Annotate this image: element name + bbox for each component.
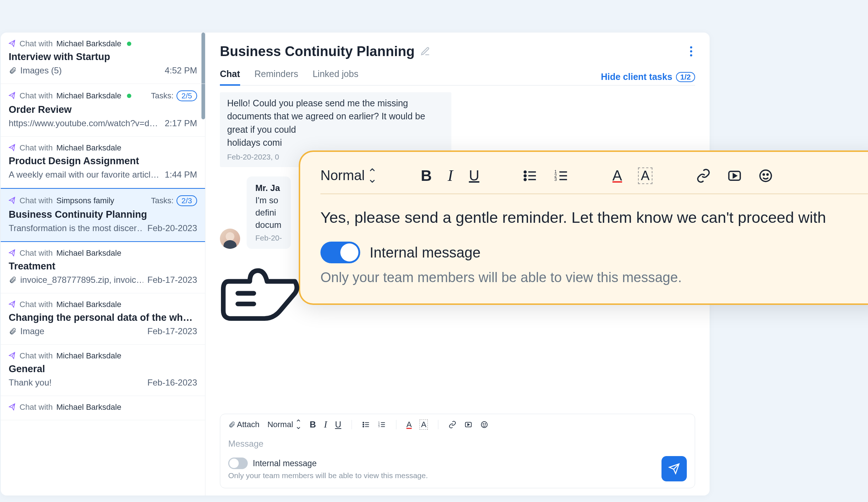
svg-point-16 [524,171,526,173]
reply-timestamp: Feb-20- [255,234,282,242]
svg-point-18 [524,175,526,176]
svg-point-4 [363,426,364,427]
edit-icon[interactable] [420,46,430,56]
callout-message-text[interactable]: Yes, please send a gentle reminder. Let … [320,209,868,226]
italic-button[interactable]: I [448,166,453,185]
hide-tasks-label: Hide client tasks [601,72,672,82]
video-button[interactable] [464,421,472,429]
italic-button[interactable]: I [324,419,327,430]
tab-linked-jobs[interactable]: Linked jobs [312,69,358,85]
underline-button[interactable]: U [335,420,341,430]
avatar [220,229,240,249]
chat-item-changing-data[interactable]: Chat with Michael Barksdale Changing the… [1,293,205,345]
chat-subject: Interview with Startup [9,51,197,63]
tasks-label: Tasks: [151,91,173,101]
chat-subject: Treatment [9,261,197,272]
internal-message-label: Internal message [253,459,316,468]
internal-message-toggle[interactable] [320,242,360,263]
chat-timestamp: Feb-16-2023 [148,378,197,388]
chat-contact-name: Michael Barksdale [56,39,122,48]
link-button[interactable] [448,421,456,429]
message-text: Hello! Could you please send me the miss… [227,97,444,136]
send-button[interactable] [661,456,687,481]
bold-button[interactable]: B [310,420,316,430]
reply-author: Mr. Ja [255,183,282,193]
send-icon [8,249,16,257]
reply-line: defini [255,208,282,218]
numbered-list-button[interactable]: 123 [378,421,386,429]
callout-toolbar: Normal ⌃⌄ B I U 123 A A [320,166,868,194]
chat-preview-text: Images (5) [20,65,62,76]
chat-contact-name: Michael Barksdale [56,91,122,101]
thread-title: Business Continuity Planning [220,44,414,59]
chat-item-product-design[interactable]: Chat with Michael Barksdale Product Desi… [1,137,205,188]
svg-text:3: 3 [378,425,380,427]
chat-with-label: Chat with [20,39,53,48]
chat-with-label: Chat with [20,196,53,205]
tab-chat[interactable]: Chat [220,69,240,85]
chat-subject: Product Design Assignment [9,156,197,167]
text-color-button[interactable]: A [612,167,622,184]
attachment-icon [9,327,17,335]
attachment-icon [228,421,235,428]
text-color-button[interactable]: A [407,420,412,429]
attachment-icon [9,67,17,75]
text-highlight-button[interactable]: A [638,167,652,184]
chat-item-business-continuity[interactable]: Chat with Simpsons family Tasks: 2/3 Bus… [1,188,205,242]
svg-point-20 [524,178,526,180]
bullet-list-button[interactable] [523,168,538,183]
tasks-label: Tasks: [151,196,173,205]
bold-button[interactable]: B [421,167,431,184]
text-style-select[interactable]: Normal ⌃⌄ [267,420,302,429]
internal-message-callout: Normal ⌃⌄ B I U 123 A A Yes, please send… [299,150,868,305]
chat-item-order-review[interactable]: Chat with Michael Barksdale Tasks: 2/5 O… [1,84,205,137]
chat-item-general[interactable]: Chat with Michael Barksdale General Than… [1,345,205,396]
pointing-hand-icon [221,253,300,326]
emoji-button[interactable] [480,421,488,429]
more-menu-button[interactable] [687,43,695,59]
svg-point-29 [760,170,771,182]
chat-with-label: Chat with [20,91,53,101]
text-highlight-button[interactable]: A [420,420,428,430]
online-indicator [127,94,131,98]
video-button[interactable] [727,168,742,183]
chat-preview-text: https://www.youtube.com/watch?v=d… [9,118,158,128]
chat-item-partial[interactable]: Chat with Michael Barksdale [1,396,205,420]
chat-preview-text: Thank you! [9,378,52,388]
numbered-list-button[interactable]: 123 [554,168,569,183]
chat-subject: Changing the personal data of the whole … [9,312,197,323]
svg-point-2 [363,424,364,425]
chat-preview-text: invoice_878777895.zip, invoic… [20,275,143,285]
emoji-button[interactable] [758,168,773,183]
attach-button[interactable]: Attach [228,420,259,429]
link-button[interactable] [696,168,711,183]
chat-contact-name: Michael Barksdale [56,403,122,412]
send-icon [8,300,16,309]
chat-list-sidebar: Chat with Michael Barksdale Interview wi… [1,33,205,495]
chat-with-label: Chat with [20,351,53,361]
chat-timestamp: Feb-20-2023 [148,223,197,233]
underline-button[interactable]: U [469,167,479,184]
svg-point-13 [481,422,488,428]
internal-message-toggle[interactable] [228,458,248,469]
chat-preview-text: Transformation is the most discer… [9,223,143,233]
send-icon [8,144,16,152]
tab-reminders[interactable]: Reminders [255,69,298,85]
hide-client-tasks-link[interactable]: Hide client tasks 1/2 [601,72,695,82]
chat-with-label: Chat with [20,300,53,309]
internal-message-label: Internal message [370,244,481,261]
text-style-label: Normal [320,168,365,183]
text-style-label: Normal [267,420,293,429]
chat-item-interview[interactable]: Chat with Michael Barksdale Interview wi… [1,33,205,84]
chat-timestamp: 2:17 PM [165,118,197,128]
text-style-select[interactable]: Normal ⌃⌄ [320,168,377,183]
message-text-line: holidays comi [227,136,444,149]
bullet-list-button[interactable] [362,421,370,429]
hide-tasks-badge: 1/2 [676,72,695,82]
chat-item-treatment[interactable]: Chat with Michael Barksdale Treatment in… [1,242,205,293]
chat-with-label: Chat with [20,143,53,153]
svg-text:3: 3 [554,177,557,182]
internal-message-help: Only your team members will be able to v… [228,471,656,480]
message-input[interactable]: Message [228,434,687,456]
chat-preview-text: Image [20,326,44,336]
